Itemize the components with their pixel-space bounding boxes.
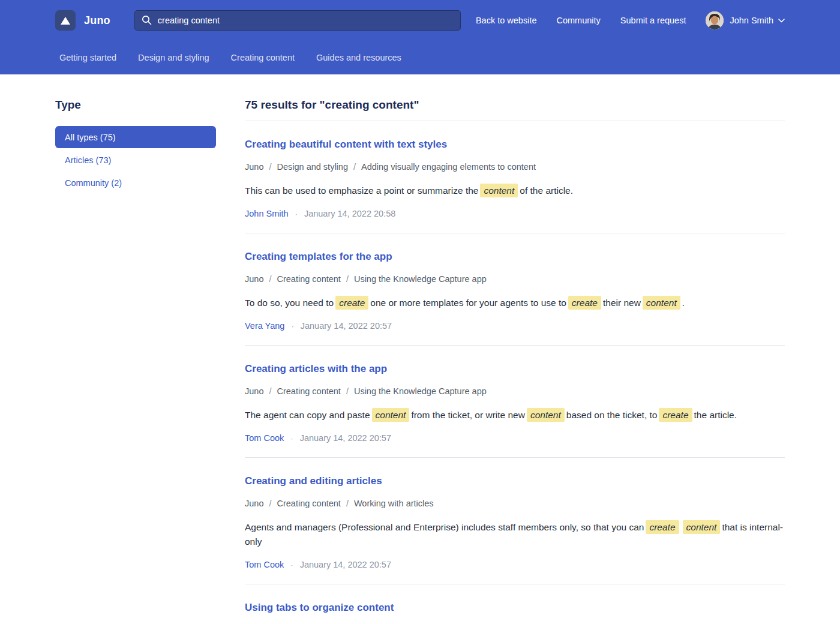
breadcrumb-separator: /	[346, 274, 349, 284]
search-result-item: Creating beautiful content with text sty…	[245, 121, 785, 233]
result-title-link[interactable]: Using tabs to organize content	[245, 601, 785, 614]
filter-all-types[interactable]: All types (75)	[55, 126, 216, 148]
highlighted-term: create	[659, 408, 692, 422]
snippet-text: This can be used to emphasize a point or…	[245, 185, 478, 196]
nav-item-guides-and-resources[interactable]: Guides and resources	[316, 53, 401, 62]
result-title-link[interactable]: Creating articles with the app	[245, 362, 785, 376]
snippet-text: from the ticket, or write new	[411, 410, 525, 420]
breadcrumb-separator: /	[269, 274, 271, 284]
breadcrumb-item[interactable]: Adding visually engaging elements to con…	[361, 162, 536, 172]
back-to-website-link[interactable]: Back to website	[476, 16, 537, 25]
breadcrumb-item[interactable]: Working with articles	[354, 499, 434, 508]
result-date: January 14, 2022 20:58	[304, 209, 395, 218]
snippet-text: based on the ticket, to	[566, 410, 658, 420]
breadcrumb-item[interactable]: Using the Knowledge Capture app	[354, 386, 487, 396]
filter-articles[interactable]: Articles (73)	[55, 149, 216, 171]
breadcrumb-item[interactable]: Juno	[245, 499, 263, 508]
snippet-text: Agents and managers (Professional and En…	[245, 522, 644, 532]
search-icon	[142, 15, 152, 25]
breadcrumb-item[interactable]: Creating content	[277, 386, 340, 396]
header-links: Back to website Community Submit a reque…	[476, 11, 785, 29]
snippet-text: one or more templates for your agents to…	[370, 298, 566, 308]
result-meta: Tom Cook · January 14, 2022 20:57	[245, 560, 785, 569]
breadcrumb-item[interactable]: Juno	[245, 162, 263, 172]
snippet-text: To do so, you need to	[245, 298, 334, 308]
result-title-link[interactable]: Creating beautiful content with text sty…	[245, 138, 785, 151]
header-top-row: Juno Back to website Community Submit a …	[0, 0, 840, 41]
result-author-link[interactable]: Tom Cook	[245, 560, 284, 569]
filter-community[interactable]: Community (2)	[55, 172, 216, 194]
snippet-text: their new	[603, 298, 641, 308]
highlighted-term: create	[646, 520, 679, 534]
breadcrumb-item[interactable]: Creating content	[277, 274, 340, 284]
breadcrumb-separator: /	[269, 499, 271, 508]
search-result-item: Creating and editing articles Juno/Creat…	[245, 458, 785, 584]
community-link[interactable]: Community	[557, 16, 601, 25]
highlighted-term: content	[372, 408, 410, 422]
highlighted-term: content	[480, 184, 518, 197]
search-result-item: Using tabs to organize content	[245, 584, 785, 624]
meta-dot-separator: ·	[290, 434, 293, 443]
result-date: January 14, 2022 20:57	[301, 321, 392, 331]
result-author-link[interactable]: John Smith	[245, 209, 289, 218]
content: Type All types (75) Articles (73) Commun…	[0, 74, 840, 624]
highlighted-term: content	[643, 296, 680, 310]
highlighted-term: create	[568, 296, 601, 310]
result-snippet: The agent can copy and pastecontentfrom …	[245, 408, 785, 422]
highlighted-term: content	[683, 520, 721, 534]
snippet-text: The agent can copy and paste	[245, 410, 370, 420]
breadcrumb-item[interactable]: Juno	[245, 274, 263, 284]
search-results: 75 results for "creating content" Creati…	[245, 74, 785, 624]
search-bar	[134, 10, 461, 31]
highlighted-term: create	[335, 296, 368, 310]
nav-item-design-and-styling[interactable]: Design and styling	[138, 53, 209, 62]
result-author-link[interactable]: Tom Cook	[245, 433, 284, 443]
breadcrumb-separator: /	[346, 386, 349, 396]
nav-item-creating-content[interactable]: Creating content	[231, 53, 295, 62]
avatar[interactable]	[706, 11, 724, 29]
logo-box	[55, 10, 76, 31]
highlighted-term: content	[527, 408, 565, 422]
result-date: January 14, 2022 20:57	[300, 433, 391, 443]
breadcrumb-item[interactable]: Juno	[245, 386, 263, 396]
breadcrumb-item[interactable]: Using the Knowledge Capture app	[354, 274, 487, 284]
breadcrumb-separator: /	[269, 162, 271, 172]
result-snippet: Agents and managers (Professional and En…	[245, 520, 785, 549]
nav-item-getting-started[interactable]: Getting started	[59, 53, 116, 62]
snippet-text: .	[682, 298, 685, 308]
snippet-text: of the article.	[520, 185, 573, 196]
filter-title: Type	[55, 98, 216, 112]
user-menu[interactable]: John Smith	[706, 11, 785, 29]
search-result-item: Creating templates for the app Juno/Crea…	[245, 233, 785, 346]
breadcrumb: Juno/Design and styling/Adding visually …	[245, 161, 785, 173]
breadcrumb-separator: /	[353, 162, 356, 172]
results-heading: 75 results for "creating content"	[245, 98, 785, 121]
result-snippet: To do so, you need tocreateone or more t…	[245, 296, 785, 310]
breadcrumb: Juno/Creating content/Working with artic…	[245, 497, 785, 509]
breadcrumb-separator: /	[346, 499, 349, 508]
meta-dot-separator: ·	[290, 560, 293, 569]
result-snippet: This can be used to emphasize a point or…	[245, 184, 785, 198]
snippet-text: the article.	[694, 410, 737, 420]
header: Juno Back to website Community Submit a …	[0, 0, 840, 74]
result-date: January 14, 2022 20:57	[300, 560, 391, 569]
result-meta: Tom Cook · January 14, 2022 20:57	[245, 433, 785, 443]
breadcrumb: Juno/Creating content/Using the Knowledg…	[245, 385, 785, 397]
breadcrumb-item[interactable]: Design and styling	[277, 162, 348, 172]
user-name: John Smith	[730, 16, 773, 25]
search-input[interactable]	[134, 10, 461, 31]
results-list: Creating beautiful content with text sty…	[245, 121, 785, 624]
meta-dot-separator: ·	[291, 322, 293, 331]
result-title-link[interactable]: Creating templates for the app	[245, 250, 785, 263]
breadcrumb-item[interactable]: Creating content	[277, 499, 340, 508]
type-filter-sidebar: Type All types (75) Articles (73) Commun…	[55, 74, 216, 624]
submit-request-link[interactable]: Submit a request	[620, 16, 686, 25]
brand-name: Juno	[84, 14, 110, 27]
logo[interactable]: Juno	[55, 10, 110, 31]
result-title-link[interactable]: Creating and editing articles	[245, 475, 785, 488]
search-result-item: Creating articles with the app Juno/Crea…	[245, 346, 785, 458]
result-meta: John Smith · January 14, 2022 20:58	[245, 209, 785, 218]
result-meta: Vera Yang · January 14, 2022 20:57	[245, 321, 785, 331]
result-author-link[interactable]: Vera Yang	[245, 321, 284, 331]
category-nav: Getting started Design and styling Creat…	[0, 41, 840, 74]
